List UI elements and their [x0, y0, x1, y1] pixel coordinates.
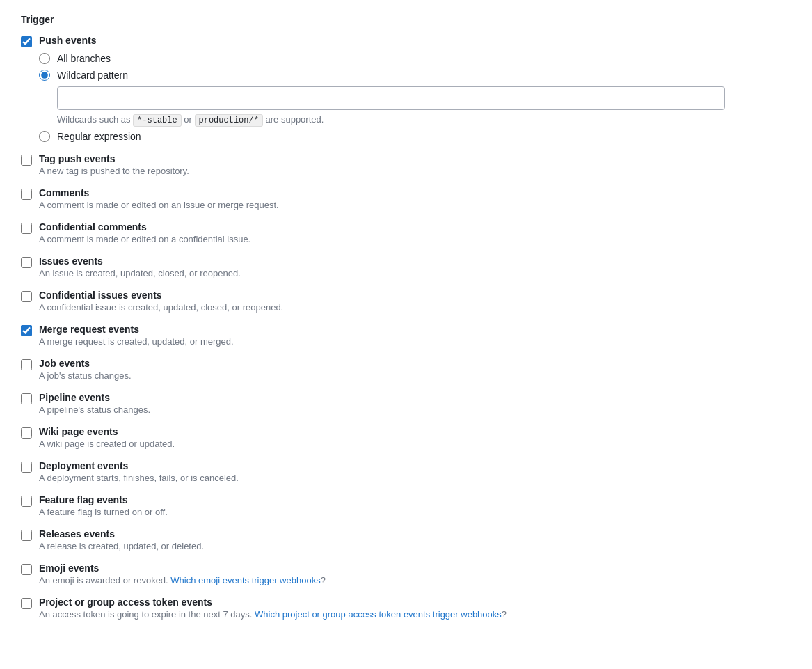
- job-events-desc: A job's status changes.: [39, 370, 132, 381]
- merge-request-events-checkbox-row: Merge request eventsA merge request is c…: [21, 324, 786, 347]
- deployment-events-checkbox[interactable]: [21, 462, 32, 473]
- deployment-events-checkbox-row: Deployment eventsA deployment starts, fi…: [21, 460, 786, 483]
- comments-checkbox[interactable]: [21, 189, 32, 200]
- all-branches-radio[interactable]: [39, 53, 50, 64]
- tag-push-events-title: Tag push events: [39, 153, 189, 164]
- event-item-job-events: Job eventsA job's status changes.: [21, 358, 786, 381]
- confidential-issues-events-checkbox-row: Confidential issues eventsA confidential…: [21, 290, 786, 313]
- pipeline-events-checkbox-row: Pipeline eventsA pipeline's status chang…: [21, 392, 786, 415]
- event-item-pipeline-events: Pipeline eventsA pipeline's status chang…: [21, 392, 786, 415]
- comments-desc: A comment is made or edited on an issue …: [39, 200, 279, 210]
- tag-push-events-desc: A new tag is pushed to the repository.: [39, 166, 189, 176]
- feature-flag-events-desc: A feature flag is turned on or off.: [39, 507, 168, 517]
- push-events-subgroup: All branches Wildcard pattern Wildcards …: [39, 53, 786, 142]
- pipeline-events-title: Pipeline events: [39, 392, 150, 403]
- section-title: Trigger: [21, 14, 786, 25]
- project-group-access-token-events-desc: An access token is going to expire in th…: [39, 609, 507, 620]
- event-item-comments: CommentsA comment is made or edited on a…: [21, 187, 786, 210]
- event-item-releases-events: Releases eventsA release is created, upd…: [21, 528, 786, 551]
- merge-request-events-checkbox[interactable]: [21, 325, 32, 336]
- wildcard-input[interactable]: [57, 86, 725, 110]
- project-group-access-token-events-checkbox-row: Project or group access token eventsAn a…: [21, 597, 786, 620]
- confidential-issues-events-title: Confidential issues events: [39, 290, 283, 301]
- project-group-access-token-events-label[interactable]: Project or group access token eventsAn a…: [39, 597, 507, 620]
- releases-events-label[interactable]: Releases eventsA release is created, upd…: [39, 528, 204, 551]
- wildcard-pattern-radio[interactable]: [39, 70, 50, 81]
- job-events-checkbox-row: Job eventsA job's status changes.: [21, 358, 786, 381]
- push-events-checkbox[interactable]: [21, 36, 32, 47]
- releases-events-checkbox-row: Releases eventsA release is created, upd…: [21, 528, 786, 551]
- event-item-feature-flag-events: Feature flag eventsA feature flag is tur…: [21, 494, 786, 517]
- regular-expression-radio[interactable]: [39, 131, 50, 142]
- releases-events-desc: A release is created, updated, or delete…: [39, 541, 204, 551]
- merge-request-events-desc: A merge request is created, updated, or …: [39, 336, 234, 347]
- emoji-events-link[interactable]: Which emoji events trigger webhooks: [170, 575, 320, 585]
- project-group-access-token-events-checkbox[interactable]: [21, 598, 32, 609]
- job-events-title: Job events: [39, 358, 132, 369]
- comments-checkbox-row: CommentsA comment is made or edited on a…: [21, 187, 786, 210]
- trigger-section: Trigger Push events All branches Wildcar…: [21, 14, 786, 620]
- event-item-confidential-comments: Confidential commentsA comment is made o…: [21, 221, 786, 244]
- job-events-checkbox[interactable]: [21, 359, 32, 370]
- feature-flag-events-label[interactable]: Feature flag eventsA feature flag is tur…: [39, 494, 168, 517]
- feature-flag-events-title: Feature flag events: [39, 494, 168, 505]
- event-item-confidential-issues-events: Confidential issues eventsA confidential…: [21, 290, 786, 313]
- wildcard-code-1: *-stable: [133, 114, 182, 127]
- job-events-label[interactable]: Job eventsA job's status changes.: [39, 358, 132, 381]
- confidential-comments-desc: A comment is made or edited on a confide…: [39, 234, 250, 244]
- pipeline-events-checkbox[interactable]: [21, 393, 32, 404]
- events-container: Tag push eventsA new tag is pushed to th…: [21, 153, 786, 620]
- comments-label[interactable]: CommentsA comment is made or edited on a…: [39, 187, 279, 210]
- push-events-label[interactable]: Push events: [39, 35, 96, 46]
- confidential-comments-title: Confidential comments: [39, 221, 250, 233]
- wiki-page-events-title: Wiki page events: [39, 426, 175, 437]
- issues-events-label[interactable]: Issues eventsAn issue is created, update…: [39, 255, 241, 278]
- feature-flag-events-checkbox[interactable]: [21, 496, 32, 507]
- tag-push-events-checkbox-row: Tag push eventsA new tag is pushed to th…: [21, 153, 786, 176]
- wildcard-hint: Wildcards such as *-stable or production…: [57, 114, 786, 125]
- confidential-comments-label[interactable]: Confidential commentsA comment is made o…: [39, 221, 250, 244]
- event-item-issues-events: Issues eventsAn issue is created, update…: [21, 255, 786, 278]
- all-branches-label[interactable]: All branches: [57, 53, 111, 64]
- feature-flag-events-checkbox-row: Feature flag eventsA feature flag is tur…: [21, 494, 786, 517]
- wildcard-input-container: Wildcards such as *-stable or production…: [57, 86, 786, 125]
- comments-title: Comments: [39, 187, 279, 198]
- emoji-events-label[interactable]: Emoji eventsAn emoji is awarded or revok…: [39, 562, 326, 585]
- wiki-page-events-label[interactable]: Wiki page eventsA wiki page is created o…: [39, 426, 175, 449]
- event-item-wiki-page-events: Wiki page eventsA wiki page is created o…: [21, 426, 786, 449]
- event-item-merge-request-events: Merge request eventsA merge request is c…: [21, 324, 786, 347]
- issues-events-title: Issues events: [39, 255, 241, 267]
- confidential-issues-events-checkbox[interactable]: [21, 291, 32, 302]
- wildcard-code-2: production/*: [195, 114, 263, 127]
- all-branches-radio-item: All branches: [39, 53, 786, 64]
- confidential-comments-checkbox[interactable]: [21, 223, 32, 234]
- push-events-item: Push events All branches Wildcard patter…: [21, 35, 786, 142]
- merge-request-events-label[interactable]: Merge request eventsA merge request is c…: [39, 324, 234, 347]
- confidential-issues-events-label[interactable]: Confidential issues eventsA confidential…: [39, 290, 283, 313]
- regular-expression-radio-item: Regular expression: [39, 131, 786, 142]
- project-group-access-token-events-link[interactable]: Which project or group access token even…: [255, 609, 502, 620]
- tag-push-events-label[interactable]: Tag push eventsA new tag is pushed to th…: [39, 153, 189, 176]
- emoji-events-desc: An emoji is awarded or revoked. Which em…: [39, 575, 326, 585]
- emoji-events-checkbox-row: Emoji eventsAn emoji is awarded or revok…: [21, 562, 786, 585]
- tag-push-events-checkbox[interactable]: [21, 155, 32, 166]
- regular-expression-label[interactable]: Regular expression: [57, 131, 141, 142]
- event-item-project-group-access-token-events: Project or group access token eventsAn a…: [21, 597, 786, 620]
- wiki-page-events-desc: A wiki page is created or updated.: [39, 439, 175, 449]
- emoji-events-checkbox[interactable]: [21, 564, 32, 575]
- wiki-page-events-checkbox[interactable]: [21, 427, 32, 439]
- issues-events-checkbox[interactable]: [21, 257, 32, 268]
- pipeline-events-label[interactable]: Pipeline eventsA pipeline's status chang…: [39, 392, 150, 415]
- emoji-events-title: Emoji events: [39, 562, 326, 574]
- event-item-deployment-events: Deployment eventsA deployment starts, fi…: [21, 460, 786, 483]
- event-item-emoji-events: Emoji eventsAn emoji is awarded or revok…: [21, 562, 786, 585]
- wiki-page-events-checkbox-row: Wiki page eventsA wiki page is created o…: [21, 426, 786, 449]
- deployment-events-desc: A deployment starts, finishes, fails, or…: [39, 473, 239, 483]
- issues-events-desc: An issue is created, updated, closed, or…: [39, 268, 241, 278]
- event-item-tag-push-events: Tag push eventsA new tag is pushed to th…: [21, 153, 786, 176]
- wildcard-pattern-radio-item: Wildcard pattern: [39, 70, 786, 81]
- deployment-events-label[interactable]: Deployment eventsA deployment starts, fi…: [39, 460, 239, 483]
- releases-events-checkbox[interactable]: [21, 530, 32, 541]
- wildcard-pattern-label[interactable]: Wildcard pattern: [57, 70, 128, 81]
- deployment-events-title: Deployment events: [39, 460, 239, 471]
